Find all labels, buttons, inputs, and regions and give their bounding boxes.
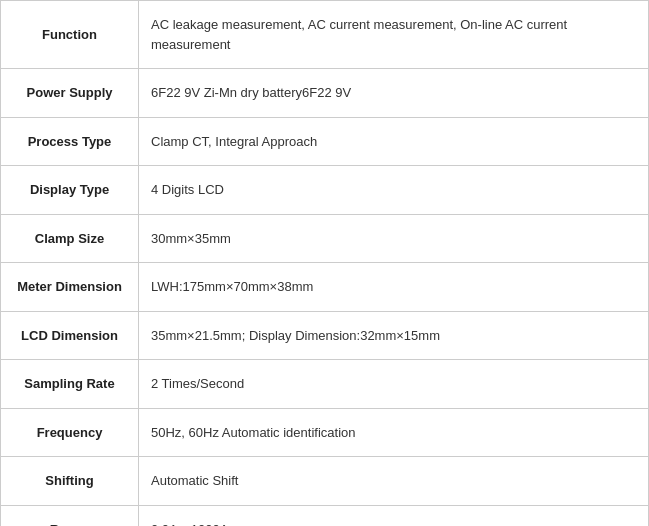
row-label-power-supply: Power Supply	[1, 69, 139, 118]
table-row: Process TypeClamp CT, Integral Approach	[1, 117, 649, 166]
table-row: ShiftingAutomatic Shift	[1, 457, 649, 506]
row-label-shifting: Shifting	[1, 457, 139, 506]
row-label-meter-dimension: Meter Dimension	[1, 263, 139, 312]
table-row: Display Type4 Digits LCD	[1, 166, 649, 215]
specs-table: FunctionAC leakage measurement, AC curre…	[0, 0, 649, 526]
row-label-process-type: Process Type	[1, 117, 139, 166]
row-value-display-type: 4 Digits LCD	[139, 166, 649, 215]
table-row: Meter DimensionLWH:175mm×70mm×38mm	[1, 263, 649, 312]
row-value-frequency: 50Hz, 60Hz Automatic identification	[139, 408, 649, 457]
table-row: LCD Dimension35mm×21.5mm; Display Dimens…	[1, 311, 649, 360]
table-row: Range0.0A～1000A	[1, 505, 649, 526]
row-value-lcd-dimension: 35mm×21.5mm; Display Dimension:32mm×15mm	[139, 311, 649, 360]
row-label-sampling-rate: Sampling Rate	[1, 360, 139, 409]
row-value-range: 0.0A～1000A	[139, 505, 649, 526]
row-value-meter-dimension: LWH:175mm×70mm×38mm	[139, 263, 649, 312]
table-row: Clamp Size30mm×35mm	[1, 214, 649, 263]
row-value-sampling-rate: 2 Times/Second	[139, 360, 649, 409]
table-row: Power Supply6F22 9V Zi-Mn dry battery6F2…	[1, 69, 649, 118]
row-value-clamp-size: 30mm×35mm	[139, 214, 649, 263]
row-label-frequency: Frequency	[1, 408, 139, 457]
table-row: Frequency50Hz, 60Hz Automatic identifica…	[1, 408, 649, 457]
row-label-display-type: Display Type	[1, 166, 139, 215]
row-value-function: AC leakage measurement, AC current measu…	[139, 1, 649, 69]
row-value-shifting: Automatic Shift	[139, 457, 649, 506]
table-row: FunctionAC leakage measurement, AC curre…	[1, 1, 649, 69]
row-value-process-type: Clamp CT, Integral Approach	[139, 117, 649, 166]
row-label-clamp-size: Clamp Size	[1, 214, 139, 263]
row-label-range: Range	[1, 505, 139, 526]
row-label-lcd-dimension: LCD Dimension	[1, 311, 139, 360]
row-value-power-supply: 6F22 9V Zi-Mn dry battery6F22 9V	[139, 69, 649, 118]
table-row: Sampling Rate2 Times/Second	[1, 360, 649, 409]
row-label-function: Function	[1, 1, 139, 69]
